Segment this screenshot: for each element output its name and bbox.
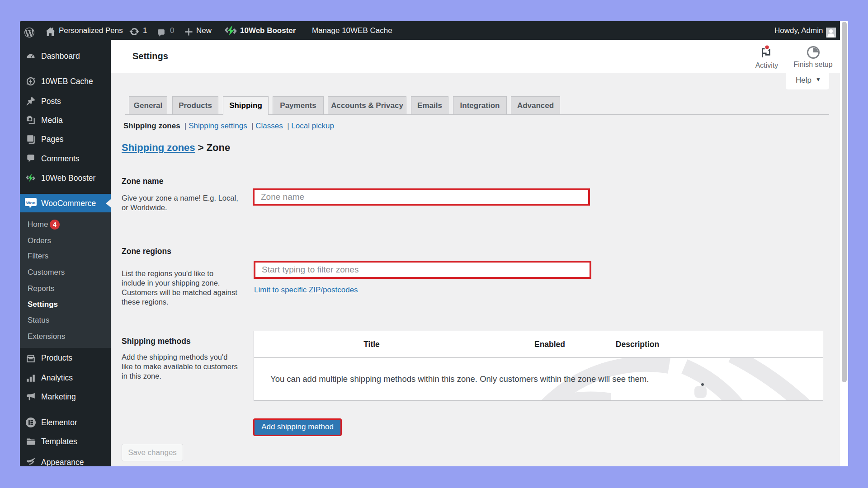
svg-text:Woo: Woo [26, 200, 36, 205]
